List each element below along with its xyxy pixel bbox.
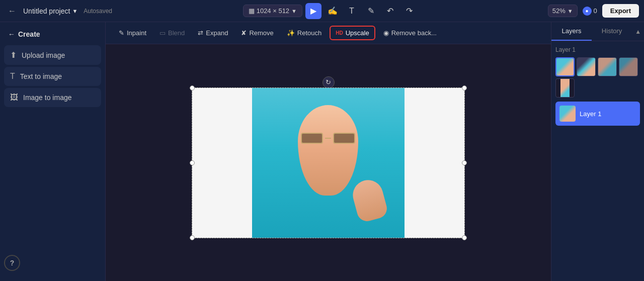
project-dropdown-icon: ▼ — [72, 8, 77, 14]
tools-bar: ✎ Inpaint ▭ Blend ⇄ Expand ✘ Remove ✨ Re… — [106, 22, 551, 44]
redo-button[interactable]: ↷ — [401, 3, 417, 19]
image-simulation — [192, 88, 464, 238]
export-button[interactable]: Export — [602, 4, 639, 18]
text-to-image-icon: T — [10, 72, 15, 81]
zoom-button[interactable]: 52% ▼ — [548, 5, 578, 17]
remove-bg-label: Remove back... — [391, 29, 437, 37]
glass-lens-left — [301, 133, 323, 144]
toolbar-right: 52% ▼ ● 0 Export — [548, 4, 639, 18]
layer-thumb-5-inner — [560, 79, 570, 97]
sidebar-item-image-to-image[interactable]: 🖼 Image to image — [4, 88, 101, 107]
image-center — [252, 88, 405, 238]
project-name-label: Untitled project — [23, 7, 70, 15]
toolbar-center: ▦ 1024 × 512 ▼ ▶ ✍ T ✎ ↶ ↷ — [116, 3, 544, 19]
main-area: ← Create ⬆ Upload image T Text to image … — [0, 22, 644, 281]
upscale-hd-badge: HD — [336, 30, 343, 36]
layer-row-thumb — [559, 106, 576, 122]
text-to-image-label: Text to image — [20, 72, 62, 80]
retouch-button[interactable]: ✨ Retouch — [282, 27, 327, 39]
sidebar-item-upload-image[interactable]: ⬆ Upload image — [4, 45, 101, 65]
canvas-size-button[interactable]: ▦ 1024 × 512 ▼ — [243, 5, 302, 17]
image-white-left — [192, 88, 252, 238]
expand-label: Expand — [206, 29, 228, 37]
layer-row-thumb-inner — [559, 106, 576, 122]
left-sidebar: ← Create ⬆ Upload image T Text to image … — [0, 22, 106, 281]
image-to-image-label: Image to image — [23, 93, 72, 102]
image-white-right — [405, 88, 464, 238]
right-sidebar: Layers History ▲ Layer 1 — [551, 22, 644, 281]
remove-label: Remove — [249, 29, 273, 37]
layer-thumbnails — [555, 57, 640, 98]
expand-icon: ⇄ — [198, 29, 203, 37]
tab-layers[interactable]: Layers — [551, 22, 592, 41]
canvas-area: ✎ Inpaint ▭ Blend ⇄ Expand ✘ Remove ✨ Re… — [106, 22, 551, 281]
layer-thumb-1-inner — [556, 58, 574, 75]
refresh-button[interactable]: ↻ — [323, 76, 335, 88]
zoom-chevron: ▼ — [568, 8, 573, 14]
remove-background-button[interactable]: ◉ Remove back... — [378, 27, 442, 39]
expand-button[interactable]: ⇄ Expand — [193, 27, 233, 39]
layer-name-label: Layer 1 — [555, 46, 640, 53]
retouch-icon: ✨ — [287, 29, 295, 37]
remove-icon: ✘ — [241, 29, 247, 37]
move-tool-button[interactable]: ✍ — [325, 3, 341, 19]
layer-thumb-5[interactable] — [555, 78, 575, 98]
glass-lens-right — [333, 133, 355, 144]
canvas-size-chevron: ▼ — [291, 8, 297, 14]
canvas-image — [192, 87, 465, 238]
autosaved-label: Autosaved — [84, 8, 112, 15]
text-tool-button[interactable]: T — [344, 3, 360, 19]
canvas-viewport[interactable]: ↻ — [106, 44, 551, 281]
undo-button[interactable]: ↶ — [382, 3, 398, 19]
create-header: ← Create — [4, 27, 101, 43]
blend-icon: ▭ — [159, 29, 166, 37]
canvas-image-container: ↻ — [192, 87, 465, 238]
remove-button[interactable]: ✘ Remove — [236, 27, 278, 39]
face-skin — [298, 105, 358, 196]
blend-button[interactable]: ▭ Blend — [154, 27, 190, 39]
select-tool-button[interactable]: ▶ — [305, 3, 321, 19]
glasses — [300, 131, 356, 145]
project-name[interactable]: Untitled project ▼ — [23, 7, 77, 15]
glass-bridge — [325, 138, 331, 139]
create-back-icon: ← — [8, 30, 15, 38]
help-button[interactable]: ? — [4, 255, 20, 271]
inpaint-label: Inpaint — [127, 29, 146, 37]
face-area — [267, 95, 389, 230]
hand-area — [349, 176, 389, 223]
top-toolbar: ← Untitled project ▼ Autosaved ▦ 1024 × … — [0, 0, 644, 22]
right-tabs: Layers History ▲ — [551, 22, 644, 41]
inpaint-button[interactable]: ✎ Inpaint — [114, 27, 151, 39]
layer-thumb-4-inner — [619, 58, 637, 76]
pen-tool-button[interactable]: ✎ — [363, 3, 379, 19]
credits-count: 0 — [594, 7, 597, 15]
layer-thumb-3-inner — [598, 58, 616, 76]
layer-row-name: Layer 1 — [580, 110, 601, 118]
upscale-label: Upscale — [346, 29, 369, 37]
layer-row[interactable]: Layer 1 — [555, 102, 640, 126]
upscale-button[interactable]: HD Upscale — [330, 26, 375, 40]
retouch-label: Retouch — [297, 29, 321, 37]
upload-image-label: Upload image — [22, 51, 65, 59]
remove-bg-icon: ◉ — [383, 29, 389, 37]
layer-thumb-2-inner — [577, 58, 595, 76]
canvas-size-label: 1024 × 512 — [257, 7, 289, 15]
layer-thumb-4[interactable] — [619, 57, 638, 76]
tab-history[interactable]: History — [592, 22, 632, 41]
inpaint-icon: ✎ — [119, 29, 124, 37]
layers-content: Layer 1 — [551, 41, 644, 281]
credits-display: ● 0 — [583, 7, 597, 16]
credit-icon: ● — [583, 7, 592, 16]
canvas-size-icon: ▦ — [249, 7, 255, 15]
sidebar-bottom: ? — [4, 250, 101, 276]
layer-thumb-3[interactable] — [598, 57, 617, 76]
sidebar-item-text-to-image[interactable]: T Text to image — [4, 67, 101, 86]
layer-thumb-2[interactable] — [577, 57, 596, 76]
tabs-collapse-button[interactable]: ▲ — [632, 22, 644, 41]
zoom-label: 52% — [552, 7, 566, 15]
create-label: Create — [18, 30, 40, 38]
blend-label: Blend — [168, 29, 185, 37]
image-to-image-icon: 🖼 — [10, 93, 18, 102]
back-button[interactable]: ← — [5, 4, 19, 18]
layer-thumb-1[interactable] — [555, 57, 575, 76]
